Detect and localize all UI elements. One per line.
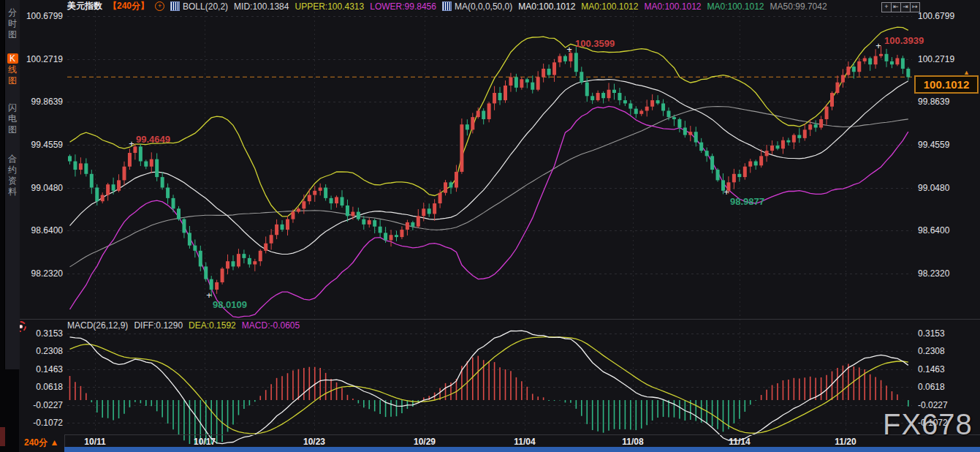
candle-body <box>188 233 191 245</box>
candle-body <box>232 261 235 266</box>
candle-body <box>259 251 262 261</box>
candle-body <box>487 103 491 119</box>
candle-body <box>885 54 889 61</box>
candle-body <box>759 156 763 165</box>
header-segment: MA50:99.7042 <box>770 1 827 12</box>
indicator-header: 美元指数【240分】+BOLL(20,2)MID:100.1384UPPER:1… <box>67 1 833 12</box>
candle-body <box>438 193 442 203</box>
candle-body <box>253 261 257 264</box>
date-axis-label: 11/08 <box>611 437 655 447</box>
candle-body <box>531 83 534 90</box>
macd-header-segment: MACD:-0.0605 <box>242 320 300 331</box>
candle-body <box>471 117 474 129</box>
candle-body <box>601 93 605 98</box>
candle-body <box>580 72 583 82</box>
sidebar-item-kline-chart[interactable]: K线图 <box>5 53 20 86</box>
kline-app-window: 分时图K线图闪电图合约资料 美元指数【240分】+BOLL(20,2)MID:1… <box>0 0 980 452</box>
candle-body <box>514 77 518 87</box>
candle-body <box>574 53 578 72</box>
horizontal-scrollbar[interactable] <box>64 447 980 452</box>
candle-body <box>841 75 845 83</box>
sidebar-item-char: 分 <box>6 7 19 18</box>
sidebar-strip: 分时图K线图闪电图合约资料 <box>4 0 20 369</box>
period-selector[interactable]: 240分 ▲ <box>24 437 58 449</box>
candle-body <box>786 140 790 143</box>
candle-body <box>558 56 562 63</box>
candle-body <box>221 268 224 282</box>
zoom-out-icon[interactable]: ⇤ <box>891 2 901 12</box>
candle-body <box>803 129 807 138</box>
sidebar-item-time-chart[interactable]: 分时图 <box>5 7 20 40</box>
candle-body <box>433 203 436 214</box>
candle-body <box>101 195 105 202</box>
candle-body <box>384 233 387 240</box>
candle-body <box>656 100 660 103</box>
candle-body <box>341 197 344 206</box>
candle-body <box>128 153 132 167</box>
macd-header-segment: DEA:0.1592 <box>189 320 236 331</box>
candle-body <box>177 208 181 219</box>
candle-body <box>890 61 894 64</box>
candle-body <box>270 235 273 244</box>
candle-body <box>776 146 780 148</box>
circle-plus-icon[interactable]: + <box>155 1 164 11</box>
candle-body <box>520 79 523 88</box>
sidebar-item-flash-chart[interactable]: 闪电图 <box>5 102 20 135</box>
watermark: FX678 <box>883 408 973 441</box>
price-axis-label: 100.6799 <box>918 11 976 21</box>
zoom-in-icon[interactable]: ⇥ <box>900 2 911 12</box>
candle-body <box>302 201 305 208</box>
candle-body <box>542 69 545 78</box>
candle-body <box>351 212 354 216</box>
candle-body <box>281 225 284 230</box>
candle-body <box>819 119 823 128</box>
candle-body <box>226 261 229 268</box>
candle-body <box>308 195 311 202</box>
axis-separator <box>64 434 980 435</box>
candle-body <box>476 110 480 117</box>
price-annotation-low: 98.0109 <box>213 299 247 310</box>
candle-body <box>661 103 665 110</box>
price-axis-label: 98.6400 <box>20 225 63 236</box>
macd-header-segment: MACD(26,12,9) <box>67 320 128 331</box>
candle-body <box>286 219 289 230</box>
pan-right-icon[interactable]: ↦ <box>910 2 920 12</box>
macd-axis-label: 0.0618 <box>20 382 63 392</box>
chart-canvas[interactable] <box>0 0 980 452</box>
candle-body <box>291 212 295 219</box>
candle-body <box>596 93 600 100</box>
candle-body <box>895 59 899 65</box>
candle-body <box>509 77 512 86</box>
candle-body <box>460 124 463 172</box>
candle-body <box>84 163 88 173</box>
candle-body <box>357 212 360 219</box>
sidebar-item-char: 资 <box>6 176 19 187</box>
candle-body <box>139 146 143 161</box>
current-price-box: 100.1012 <box>914 75 979 94</box>
candle-body <box>607 90 611 99</box>
candle-body <box>737 174 741 177</box>
candle-body <box>346 206 349 216</box>
candle-body <box>161 177 164 187</box>
candle-body <box>362 219 365 225</box>
candle-body <box>422 208 425 216</box>
date-axis-label: 10/11 <box>73 437 117 447</box>
sidebar-item-contract-info[interactable]: 合约资料 <box>5 154 20 197</box>
candle-body <box>623 100 627 103</box>
annotation-cross-marker: + <box>206 290 212 301</box>
date-axis-label: 11/04 <box>503 437 547 447</box>
candle-body <box>455 172 458 188</box>
candle-body <box>242 254 246 258</box>
candle-body <box>112 184 115 191</box>
candle-body <box>672 117 676 119</box>
pan-crosshair-icon[interactable]: + <box>881 2 892 12</box>
sidebar-item-char: 图 <box>6 29 19 40</box>
candle-body <box>123 167 126 181</box>
candle-body <box>193 246 197 251</box>
candle-body <box>694 132 698 142</box>
price-axis-label: 100.2719 <box>20 54 63 64</box>
candle-body <box>150 159 153 167</box>
price-annotation-high: 99.4649 <box>136 134 170 145</box>
candle-body <box>748 162 752 167</box>
annotation-cross-marker: + <box>723 187 729 197</box>
